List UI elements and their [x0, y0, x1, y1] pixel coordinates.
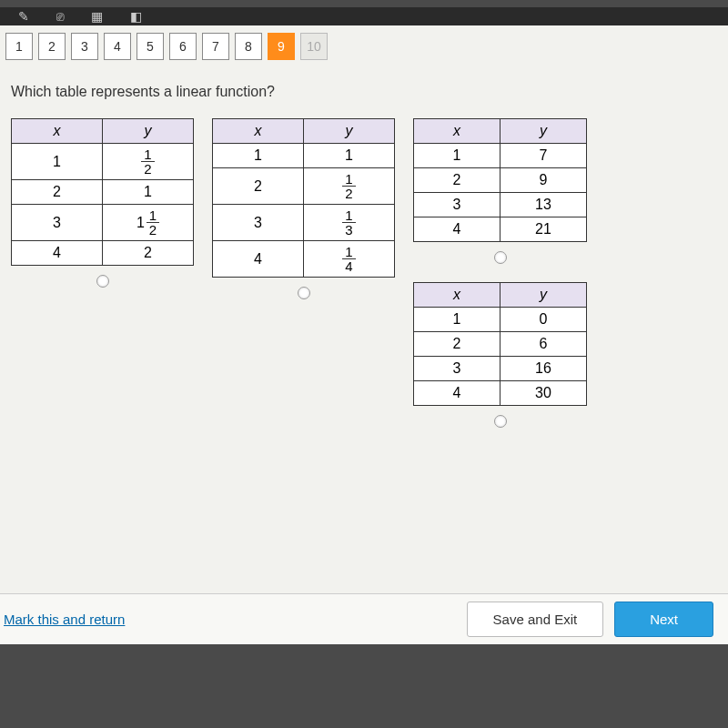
table-row: 11	[213, 144, 395, 168]
nav-item-8[interactable]: 8	[235, 33, 262, 60]
nav-item-7[interactable]: 7	[202, 33, 229, 60]
toolbar-icon-3[interactable]: ▦	[91, 9, 103, 24]
table-cell: 3	[213, 205, 304, 241]
nav-item-5[interactable]: 5	[136, 33, 164, 60]
table-cell: 1	[12, 144, 103, 180]
toolbar-icon-4[interactable]: ◧	[130, 9, 142, 24]
toolbar-icon-2[interactable]: ⎚	[56, 9, 64, 24]
nav-item-6[interactable]: 6	[169, 33, 197, 60]
radio-option-3[interactable]	[494, 251, 507, 264]
table-cell: 21	[500, 217, 587, 242]
nav-item-4[interactable]: 4	[104, 33, 131, 60]
table-cell: 7	[500, 144, 587, 168]
table-cell: 4	[213, 241, 304, 278]
table-header: x	[213, 119, 304, 144]
table-row: 3112	[12, 205, 194, 241]
table-row: 10	[414, 308, 587, 332]
table-row: 316	[414, 357, 587, 381]
top-toolbar: ✎ ⎚ ▦ ◧	[0, 7, 728, 25]
table-header: y	[500, 283, 587, 308]
option-1: xy11221311242	[11, 118, 194, 288]
table-cell: 13	[500, 193, 587, 217]
footer-bar: Mark this and return Save and Exit Next	[0, 593, 728, 644]
option-4: xy1026316430	[413, 282, 587, 428]
table-row: 42	[12, 241, 194, 266]
option-2: xy11212313414	[212, 118, 395, 299]
data-table-1: xy11221311242	[11, 118, 194, 266]
option-3: xy1729313421	[413, 118, 587, 264]
table-row: 421	[414, 217, 587, 242]
nav-item-3[interactable]: 3	[71, 33, 98, 60]
table-cell: 3	[414, 357, 500, 381]
table-header: y	[304, 119, 395, 144]
table-cell: 14	[304, 241, 395, 278]
radio-option-2[interactable]	[298, 287, 310, 299]
table-cell: 12	[304, 168, 395, 205]
table-cell: 0	[500, 308, 587, 332]
toolbar-icon-1[interactable]: ✎	[18, 9, 29, 24]
nav-item-10: 10	[300, 33, 328, 60]
table-header: y	[500, 119, 587, 144]
table-row: 112	[12, 144, 194, 180]
next-button[interactable]: Next	[614, 602, 713, 637]
table-row: 414	[213, 241, 395, 278]
table-cell: 1	[213, 144, 304, 168]
table-cell: 1	[414, 144, 500, 168]
table-cell: 1	[103, 180, 194, 205]
table-cell: 1	[304, 144, 395, 168]
table-row: 21	[12, 180, 194, 205]
nav-item-2[interactable]: 2	[38, 33, 66, 60]
table-header: y	[103, 119, 194, 144]
mark-and-return-link[interactable]: Mark this and return	[0, 612, 125, 627]
table-cell: 9	[500, 168, 587, 193]
table-cell: 112	[103, 205, 194, 241]
table-cell: 3	[12, 205, 103, 241]
radio-option-1[interactable]	[96, 275, 109, 288]
table-row: 212	[213, 168, 395, 205]
answer-options: xy11221311242 xy11212313414 xy1729313421…	[0, 111, 728, 435]
question-text: Which table represents a linear function…	[0, 67, 728, 111]
table-cell: 3	[414, 193, 500, 217]
table-cell: 4	[12, 241, 103, 266]
table-cell: 2	[103, 241, 194, 266]
data-table-4: xy1026316430	[413, 282, 587, 406]
table-row: 430	[414, 381, 587, 406]
table-cell: 13	[304, 205, 395, 241]
save-exit-button[interactable]: Save and Exit	[467, 602, 604, 637]
data-table-2: xy11212313414	[212, 118, 395, 278]
table-cell: 6	[500, 332, 587, 357]
nav-item-1[interactable]: 1	[5, 33, 33, 60]
data-table-3: xy1729313421	[413, 118, 587, 242]
table-header: x	[12, 119, 103, 144]
table-cell: 2	[414, 168, 500, 193]
table-header: x	[414, 283, 500, 308]
content-area: 12345678910 Which table represents a lin…	[0, 25, 728, 644]
table-cell: 2	[12, 180, 103, 205]
table-header: x	[414, 119, 500, 144]
table-cell: 16	[500, 357, 587, 381]
table-cell: 4	[414, 381, 500, 406]
table-row: 313	[213, 205, 395, 241]
table-row: 29	[414, 168, 587, 193]
nav-item-9[interactable]: 9	[268, 33, 295, 60]
table-cell: 12	[103, 144, 194, 180]
question-nav: 12345678910	[0, 25, 728, 67]
table-cell: 2	[213, 168, 304, 205]
table-row: 17	[414, 144, 587, 168]
table-cell: 1	[414, 308, 500, 332]
radio-option-4[interactable]	[494, 415, 507, 428]
table-row: 26	[414, 332, 587, 357]
table-cell: 2	[414, 332, 500, 357]
table-cell: 30	[500, 381, 587, 406]
table-row: 313	[414, 193, 587, 217]
table-cell: 4	[414, 217, 500, 242]
